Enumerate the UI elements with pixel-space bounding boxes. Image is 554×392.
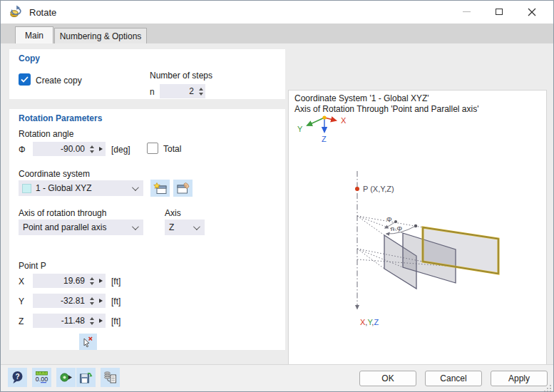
point-y-input[interactable]: -32.81	[33, 294, 106, 308]
spin-up-button[interactable]	[90, 317, 94, 320]
point-z-value: -11.48	[33, 316, 88, 326]
tab-numbering-options[interactable]: Numbering & Options	[54, 28, 147, 43]
coordinate-system-label: Coordinate system	[19, 169, 90, 179]
new-window-icon	[153, 182, 167, 195]
help-button[interactable]: ?	[8, 368, 27, 387]
close-button[interactable]	[515, 1, 548, 23]
check-icon	[21, 76, 29, 83]
coordinate-system-dropdown[interactable]: 1 - Global XYZ	[19, 180, 143, 196]
point-x-label: X	[19, 277, 24, 287]
save-default-button[interactable]	[76, 368, 96, 387]
point-p-marker	[355, 187, 359, 191]
field-expand-button[interactable]	[96, 274, 106, 288]
spin-down-button[interactable]	[90, 282, 94, 285]
cancel-button[interactable]: Cancel	[425, 371, 482, 386]
n-phi-annotation: n·Φ	[391, 225, 402, 232]
n-input[interactable]: 2	[160, 84, 205, 98]
apply-label: Apply	[508, 373, 530, 383]
chevron-down-icon	[132, 223, 139, 230]
expand-arrow-icon	[99, 147, 103, 151]
copy-section: Copy Create copy Number of steps n 2	[9, 49, 285, 99]
minimize-icon	[463, 11, 471, 12]
set-default-button[interactable]	[56, 368, 76, 387]
rotation-angle-label: Rotation angle	[19, 129, 73, 139]
point-z-input[interactable]: -11.48	[33, 314, 106, 328]
preview-panel: Coordinate System '1 - Global XYZ' Axis …	[288, 90, 547, 392]
rotation-angle-input[interactable]: -90.00	[33, 142, 106, 156]
spin-down-button[interactable]	[90, 302, 94, 305]
axis-dropdown[interactable]: Z	[165, 220, 205, 235]
edit-coordinate-system-button[interactable]	[173, 180, 193, 197]
preview-point-label: P (X,Y,Z)	[363, 185, 394, 193]
create-copy-checkbox[interactable]	[19, 73, 31, 86]
axis-through-dropdown[interactable]: Point and parallel axis	[19, 220, 143, 235]
expand-arrow-icon	[99, 279, 103, 283]
field-expand-button[interactable]	[96, 142, 106, 156]
dialog-content: Copy Create copy Number of steps n 2 Rot…	[1, 43, 554, 364]
total-checkbox[interactable]	[147, 143, 158, 154]
expand-arrow-icon	[99, 299, 103, 303]
spin-up-button[interactable]	[90, 145, 94, 148]
title-bar: Rotate	[1, 1, 554, 24]
point-x-unit: [ft]	[111, 277, 120, 287]
maximize-button[interactable]	[483, 1, 515, 23]
n-spinner	[197, 84, 205, 98]
svg-text:?: ?	[15, 373, 19, 381]
point-y-value: -32.81	[33, 296, 88, 306]
units-settings-button[interactable]: 0.00	[32, 368, 51, 387]
angle-annotations: Φ n·Φ	[385, 215, 417, 234]
spin-up-button[interactable]	[199, 88, 203, 91]
new-coordinate-system-button[interactable]	[150, 180, 170, 197]
units-icon-text: 0.00	[36, 376, 48, 383]
edit-window-icon	[176, 182, 190, 195]
ok-label: OK	[381, 373, 394, 383]
triad-y-label: Y	[297, 125, 303, 133]
footer-bar: ? 0.00	[1, 364, 554, 392]
rotation-parameters-section: Rotation Parameters Rotation angle Φ -90…	[9, 109, 285, 350]
minimize-button[interactable]	[450, 1, 483, 23]
copy-header: Copy	[19, 53, 40, 63]
transfer-settings-button[interactable]	[101, 368, 120, 387]
axis-through-label: Axis of rotation through	[19, 208, 106, 218]
tab-numbering-label: Numbering & Options	[60, 31, 142, 41]
axis-xyz-label: X,Y,Z	[360, 318, 379, 326]
number-of-steps-label: Number of steps	[150, 71, 212, 81]
phi-annotation: Φ	[386, 215, 392, 223]
pick-point-button[interactable]	[79, 334, 97, 350]
pick-cursor-icon	[82, 336, 94, 348]
window-title: Rotate	[29, 7, 56, 18]
spin-down-button[interactable]	[199, 93, 203, 96]
point-z-spinner	[88, 314, 96, 328]
axis-label: Axis	[165, 208, 181, 218]
spin-down-button[interactable]	[90, 322, 94, 325]
field-expand-button[interactable]	[96, 294, 106, 308]
apply-button[interactable]: Apply	[491, 371, 548, 386]
phi-spinner	[88, 142, 96, 156]
tab-strip: Main Numbering & Options	[1, 24, 554, 43]
spin-up-button[interactable]	[90, 277, 94, 280]
point-y-unit: [ft]	[111, 296, 120, 306]
resize-grip[interactable]	[544, 384, 552, 392]
rotation-parameters-header: Rotation Parameters	[19, 113, 102, 123]
point-z-label: Z	[19, 316, 24, 326]
create-copy-label: Create copy	[36, 76, 82, 86]
coordinate-system-value: 1 - Global XYZ	[31, 183, 132, 193]
point-x-input[interactable]: 19.69	[33, 274, 106, 288]
tab-main[interactable]: Main	[15, 26, 53, 43]
chevron-down-icon	[193, 223, 200, 230]
coordinate-system-color-swatch	[22, 184, 31, 193]
spin-up-button[interactable]	[90, 297, 94, 300]
save-icon	[79, 371, 93, 384]
transfer-icon	[103, 371, 117, 384]
point-x-spinner	[88, 274, 96, 288]
phi-value: -90.00	[33, 144, 88, 154]
ok-button[interactable]: OK	[359, 371, 416, 386]
phi-unit: [deg]	[111, 145, 130, 155]
phi-symbol: Φ	[19, 145, 26, 155]
spin-down-button[interactable]	[90, 150, 94, 153]
point-z-unit: [ft]	[111, 316, 120, 326]
point-p-label: Point P	[19, 261, 46, 271]
field-expand-button[interactable]	[96, 314, 106, 328]
point-y-spinner	[88, 294, 96, 308]
help-icon: ?	[11, 371, 24, 384]
